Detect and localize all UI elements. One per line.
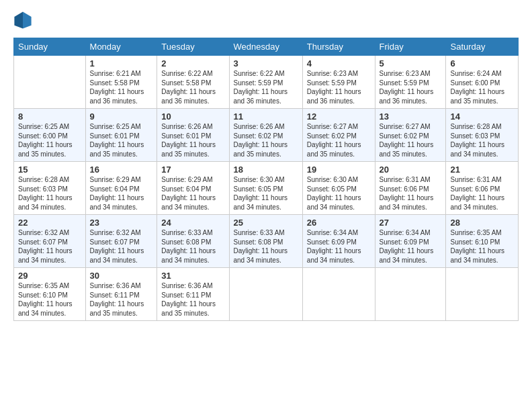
- day-info: Sunrise: 6:23 AMSunset: 5:59 PMDaylight:…: [380, 70, 434, 105]
- logo: [13, 11, 35, 30]
- day-info: Sunrise: 6:35 AMSunset: 6:10 PMDaylight:…: [450, 229, 504, 264]
- day-info: Sunrise: 6:31 AMSunset: 6:06 PMDaylight:…: [450, 176, 504, 211]
- calendar-cell: [446, 268, 519, 321]
- svg-marker-1: [23, 11, 32, 28]
- calendar-week-2: 8Sunrise: 6:25 AMSunset: 6:00 PMDaylight…: [14, 109, 519, 162]
- day-number: 1: [90, 58, 153, 68]
- day-info: Sunrise: 6:28 AMSunset: 6:03 PMDaylight:…: [450, 123, 504, 158]
- day-info: Sunrise: 6:21 AMSunset: 5:58 PMDaylight:…: [90, 70, 144, 105]
- day-number: 14: [450, 111, 514, 122]
- calendar-cell: 31Sunrise: 6:36 AMSunset: 6:11 PMDayligh…: [157, 268, 229, 321]
- calendar-cell: [302, 268, 375, 321]
- calendar-cell: [14, 56, 86, 109]
- day-number: 30: [90, 271, 153, 281]
- calendar-cell: 27Sunrise: 6:34 AMSunset: 6:09 PMDayligh…: [375, 215, 446, 268]
- day-number: 23: [90, 218, 153, 228]
- day-info: Sunrise: 6:34 AMSunset: 6:09 PMDaylight:…: [307, 229, 361, 264]
- calendar-cell: 16Sunrise: 6:29 AMSunset: 6:04 PMDayligh…: [85, 162, 157, 215]
- day-number: 11: [234, 111, 298, 122]
- day-info: Sunrise: 6:27 AMSunset: 6:02 PMDaylight:…: [307, 123, 361, 158]
- calendar-cell: 4Sunrise: 6:23 AMSunset: 5:59 PMDaylight…: [302, 56, 375, 109]
- day-info: Sunrise: 6:28 AMSunset: 6:03 PMDaylight:…: [18, 176, 73, 211]
- day-number: 31: [161, 271, 224, 281]
- day-number: 9: [90, 111, 153, 122]
- day-info: Sunrise: 6:22 AMSunset: 5:59 PMDaylight:…: [234, 70, 288, 105]
- day-number: 18: [234, 165, 298, 175]
- calendar-header-row: SundayMondayTuesdayWednesdayThursdayFrid…: [14, 38, 519, 56]
- calendar-cell: 10Sunrise: 6:26 AMSunset: 6:01 PMDayligh…: [157, 109, 229, 162]
- day-info: Sunrise: 6:29 AMSunset: 6:04 PMDaylight:…: [161, 176, 216, 211]
- day-number: 6: [450, 58, 514, 68]
- day-number: 10: [161, 111, 224, 122]
- col-header-tuesday: Tuesday: [157, 38, 229, 56]
- day-number: 19: [307, 165, 371, 175]
- calendar-cell: 17Sunrise: 6:29 AMSunset: 6:04 PMDayligh…: [157, 162, 229, 215]
- calendar-cell: 26Sunrise: 6:34 AMSunset: 6:09 PMDayligh…: [302, 215, 375, 268]
- day-info: Sunrise: 6:30 AMSunset: 6:05 PMDaylight:…: [307, 176, 361, 211]
- day-info: Sunrise: 6:25 AMSunset: 6:00 PMDaylight:…: [18, 123, 73, 158]
- day-number: 2: [161, 58, 224, 68]
- day-number: 24: [161, 218, 224, 228]
- day-info: Sunrise: 6:35 AMSunset: 6:10 PMDaylight:…: [18, 282, 73, 317]
- day-number: 29: [18, 271, 81, 281]
- day-number: 17: [161, 165, 224, 175]
- logo-icon: [13, 11, 32, 30]
- calendar-cell: 22Sunrise: 6:32 AMSunset: 6:07 PMDayligh…: [14, 215, 86, 268]
- day-info: Sunrise: 6:36 AMSunset: 6:11 PMDaylight:…: [90, 282, 144, 317]
- day-number: 12: [307, 111, 371, 122]
- calendar-cell: 3Sunrise: 6:22 AMSunset: 5:59 PMDaylight…: [229, 56, 302, 109]
- calendar-cell: 15Sunrise: 6:28 AMSunset: 6:03 PMDayligh…: [14, 162, 86, 215]
- day-info: Sunrise: 6:26 AMSunset: 6:02 PMDaylight:…: [234, 123, 288, 158]
- day-number: 8: [18, 111, 81, 122]
- day-number: 5: [380, 58, 442, 68]
- day-number: 15: [18, 165, 81, 175]
- day-number: 27: [380, 218, 442, 228]
- col-header-wednesday: Wednesday: [229, 38, 302, 56]
- day-info: Sunrise: 6:23 AMSunset: 5:59 PMDaylight:…: [307, 70, 361, 105]
- calendar-cell: 12Sunrise: 6:27 AMSunset: 6:02 PMDayligh…: [302, 109, 375, 162]
- calendar-cell: 19Sunrise: 6:30 AMSunset: 6:05 PMDayligh…: [302, 162, 375, 215]
- day-info: Sunrise: 6:32 AMSunset: 6:07 PMDaylight:…: [18, 229, 73, 264]
- calendar-week-1: 1Sunrise: 6:21 AMSunset: 5:58 PMDaylight…: [14, 56, 519, 109]
- calendar-cell: 2Sunrise: 6:22 AMSunset: 5:58 PMDaylight…: [157, 56, 229, 109]
- day-number: 20: [380, 165, 442, 175]
- day-number: 21: [450, 165, 514, 175]
- calendar-cell: 18Sunrise: 6:30 AMSunset: 6:05 PMDayligh…: [229, 162, 302, 215]
- calendar-cell: 23Sunrise: 6:32 AMSunset: 6:07 PMDayligh…: [85, 215, 157, 268]
- calendar-table: SundayMondayTuesdayWednesdayThursdayFrid…: [13, 38, 519, 321]
- day-info: Sunrise: 6:33 AMSunset: 6:08 PMDaylight:…: [234, 229, 288, 264]
- calendar-cell: 14Sunrise: 6:28 AMSunset: 6:03 PMDayligh…: [446, 109, 519, 162]
- day-number: 25: [234, 218, 298, 228]
- col-header-friday: Friday: [375, 38, 446, 56]
- day-info: Sunrise: 6:22 AMSunset: 5:58 PMDaylight:…: [161, 70, 216, 105]
- day-number: 26: [307, 218, 371, 228]
- calendar-week-5: 29Sunrise: 6:35 AMSunset: 6:10 PMDayligh…: [14, 268, 519, 321]
- day-info: Sunrise: 6:30 AMSunset: 6:05 PMDaylight:…: [234, 176, 288, 211]
- day-info: Sunrise: 6:34 AMSunset: 6:09 PMDaylight:…: [380, 229, 434, 264]
- calendar-cell: 24Sunrise: 6:33 AMSunset: 6:08 PMDayligh…: [157, 215, 229, 268]
- calendar-cell: 29Sunrise: 6:35 AMSunset: 6:10 PMDayligh…: [14, 268, 86, 321]
- calendar-cell: 21Sunrise: 6:31 AMSunset: 6:06 PMDayligh…: [446, 162, 519, 215]
- day-info: Sunrise: 6:32 AMSunset: 6:07 PMDaylight:…: [90, 229, 144, 264]
- calendar-cell: 20Sunrise: 6:31 AMSunset: 6:06 PMDayligh…: [375, 162, 446, 215]
- day-info: Sunrise: 6:25 AMSunset: 6:01 PMDaylight:…: [90, 123, 144, 158]
- day-number: 4: [307, 58, 371, 68]
- day-info: Sunrise: 6:31 AMSunset: 6:06 PMDaylight:…: [380, 176, 434, 211]
- day-info: Sunrise: 6:36 AMSunset: 6:11 PMDaylight:…: [161, 282, 216, 317]
- calendar-cell: 1Sunrise: 6:21 AMSunset: 5:58 PMDaylight…: [85, 56, 157, 109]
- calendar-cell: 28Sunrise: 6:35 AMSunset: 6:10 PMDayligh…: [446, 215, 519, 268]
- calendar-cell: 8Sunrise: 6:25 AMSunset: 6:00 PMDaylight…: [14, 109, 86, 162]
- calendar-week-3: 15Sunrise: 6:28 AMSunset: 6:03 PMDayligh…: [14, 162, 519, 215]
- calendar-cell: 11Sunrise: 6:26 AMSunset: 6:02 PMDayligh…: [229, 109, 302, 162]
- calendar-week-4: 22Sunrise: 6:32 AMSunset: 6:07 PMDayligh…: [14, 215, 519, 268]
- day-info: Sunrise: 6:33 AMSunset: 6:08 PMDaylight:…: [161, 229, 216, 264]
- col-header-monday: Monday: [85, 38, 157, 56]
- calendar-cell: 13Sunrise: 6:27 AMSunset: 6:02 PMDayligh…: [375, 109, 446, 162]
- day-number: 3: [234, 58, 298, 68]
- calendar-cell: 6Sunrise: 6:24 AMSunset: 6:00 PMDaylight…: [446, 56, 519, 109]
- day-info: Sunrise: 6:27 AMSunset: 6:02 PMDaylight:…: [380, 123, 434, 158]
- svg-marker-2: [14, 11, 23, 28]
- header: [13, 11, 519, 30]
- calendar-cell: 5Sunrise: 6:23 AMSunset: 5:59 PMDaylight…: [375, 56, 446, 109]
- calendar-cell: [229, 268, 302, 321]
